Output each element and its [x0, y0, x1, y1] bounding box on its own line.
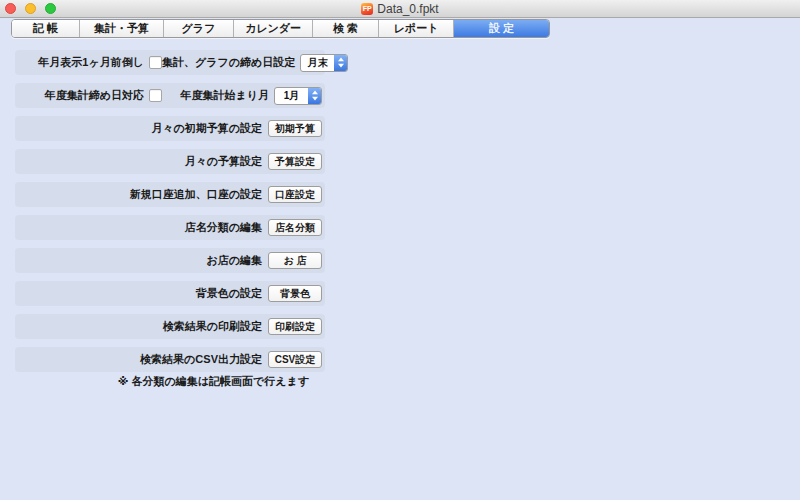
budget-settings-button[interactable]: 予算設定	[268, 153, 322, 170]
tab-ledger[interactable]: 記 帳	[12, 20, 80, 37]
main-tab-bar: 記 帳 集計・予算 グラフ カレンダー 検 索 レポート 設 定	[11, 19, 550, 38]
row-label: 月々の初期予算の設定	[151, 121, 262, 136]
month-advance-checkbox[interactable]	[149, 56, 162, 69]
row-label: 年度集計締め日対応	[45, 88, 144, 103]
row-label: お店の編集	[206, 253, 262, 268]
account-settings-button[interactable]: 口座設定	[268, 186, 322, 203]
store-category-button[interactable]: 店名分類	[268, 219, 322, 236]
settings-row-month-advance: 年月表示1ヶ月前倒し 集計、グラフの締め日設定 月末	[15, 50, 325, 75]
settings-row-initial-budget: 月々の初期予算の設定 初期予算	[15, 116, 325, 141]
settings-row-csv: 検索結果のCSV出力設定 CSV設定	[15, 347, 325, 372]
print-settings-button[interactable]: 印刷設定	[268, 318, 322, 335]
csv-settings-button[interactable]: CSV設定	[268, 351, 322, 368]
store-edit-button[interactable]: お 店	[268, 252, 322, 269]
closing-day-value: 月末	[301, 55, 334, 71]
stepper-arrows-icon	[308, 88, 321, 104]
tab-calendar[interactable]: カレンダー	[234, 20, 313, 37]
closing-day-select[interactable]: 月末	[300, 54, 348, 72]
stepper-arrows-icon	[334, 55, 347, 71]
row-label: 集計、グラフの締め日設定	[162, 55, 295, 70]
settings-row-print: 検索結果の印刷設定 印刷設定	[15, 314, 325, 339]
background-color-button[interactable]: 背景色	[268, 285, 322, 302]
settings-row-monthly-budget: 月々の予算設定 予算設定	[15, 149, 325, 174]
row-label: 新規口座追加、口座の設定	[130, 187, 262, 202]
row-label: 背景色の設定	[196, 286, 262, 301]
row-label: 検索結果の印刷設定	[163, 319, 262, 334]
initial-budget-button[interactable]: 初期予算	[268, 120, 322, 137]
settings-row-store: お店の編集 お 店	[15, 248, 325, 273]
fiscal-closing-checkbox[interactable]	[149, 89, 162, 102]
fiscal-start-month-value: 1月	[275, 88, 308, 104]
settings-panel: 年月表示1ヶ月前倒し 集計、グラフの締め日設定 月末 年度集計締め日対応 年度集…	[15, 50, 325, 372]
settings-row-fiscal-closing: 年度集計締め日対応 年度集計始まり月 1月	[15, 83, 325, 108]
settings-row-account: 新規口座追加、口座の設定 口座設定	[15, 182, 325, 207]
tab-search[interactable]: 検 索	[313, 20, 379, 37]
row-label: 検索結果のCSV出力設定	[140, 352, 262, 367]
fiscal-start-month-select[interactable]: 1月	[274, 87, 322, 105]
tab-summary-budget[interactable]: 集計・予算	[80, 20, 164, 37]
settings-row-store-category: 店名分類の編集 店名分類	[15, 215, 325, 240]
row-label: 月々の予算設定	[185, 154, 262, 169]
window-titlebar: FP Data_0.fpkt	[0, 0, 800, 18]
row-label: 店名分類の編集	[185, 220, 262, 235]
tab-graph[interactable]: グラフ	[164, 20, 234, 37]
row-label: 年月表示1ヶ月前倒し	[38, 55, 144, 70]
app-icon: FP	[361, 3, 373, 15]
row-label: 年度集計始まり月	[180, 88, 269, 103]
tab-report[interactable]: レポート	[379, 20, 454, 37]
footnote: ※ 各分類の編集は記帳画面で行えます	[15, 374, 325, 389]
window-title: Data_0.fpkt	[377, 2, 438, 16]
tab-settings[interactable]: 設 定	[454, 20, 549, 37]
settings-row-background-color: 背景色の設定 背景色	[15, 281, 325, 306]
